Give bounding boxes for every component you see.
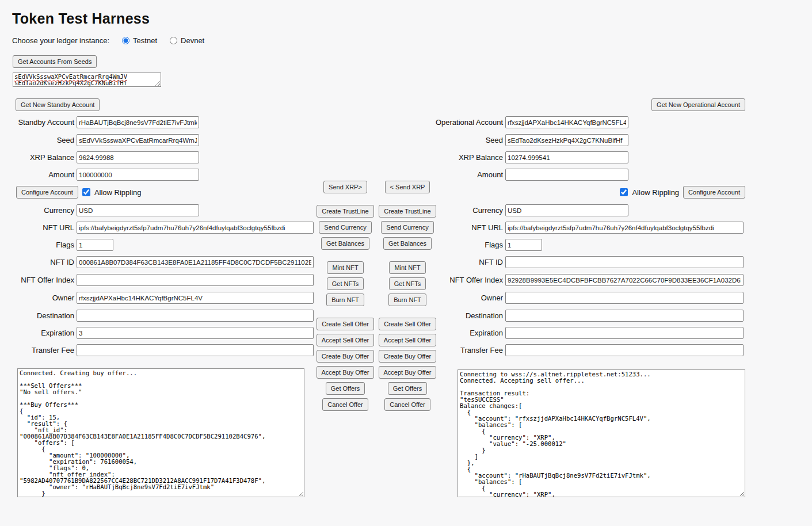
operational-get-balances-button[interactable]: Get Balances (383, 237, 432, 250)
get-new-standby-account-button[interactable]: Get New Standby Account (16, 98, 100, 111)
operational-account-row: Operational Account (432, 116, 628, 128)
get-new-operational-account-button[interactable]: Get New Operational Account (651, 98, 745, 111)
standby-send-xrp-button[interactable]: Send XRP> (323, 181, 367, 193)
operational-accept-sell-offer-button[interactable]: Accept Sell Offer (379, 334, 436, 346)
operational-xrp-balance-row: XRP Balance (432, 151, 628, 163)
operational-seed-row: Seed (432, 134, 628, 146)
operational-account-input[interactable] (505, 116, 628, 128)
standby-xrp-balance-input[interactable] (77, 151, 199, 163)
seed-line-operational: sEdTao2dKsezHzkPq4X2gC7KNuBifHf (14, 80, 159, 86)
seeds-textarea[interactable]: sEdVVkSsswaXPCvEatRmcarRrq4WmJV sEdTao2d… (13, 73, 161, 87)
standby-send-currency-button[interactable]: Send Currency (319, 221, 371, 234)
ledger-option-testnet[interactable]: Testnet (122, 36, 157, 45)
devnet-radio[interactable] (170, 37, 177, 44)
standby-cancel-offer-button[interactable]: Cancel Offer (322, 398, 368, 411)
standby-get-balances-button[interactable]: Get Balances (321, 237, 369, 250)
standby-account-row: Standby Account (1, 116, 199, 128)
operational-nft-url-input[interactable] (505, 222, 744, 234)
operational-allow-rippling-checkbox[interactable] (620, 188, 628, 196)
operational-nft-offer-index-label: NFT Offer Index (432, 274, 505, 286)
standby-allow-rippling-checkbox[interactable] (82, 188, 90, 196)
action-row-get-nfts: Get NFTs Get NFTs (314, 277, 439, 290)
standby-xrp-balance-label: XRP Balance (1, 151, 77, 163)
standby-amount-label: Amount (1, 169, 77, 181)
operational-nft-id-input[interactable] (505, 256, 744, 268)
standby-account-label: Standby Account (1, 116, 77, 128)
standby-flags-input[interactable] (77, 239, 113, 251)
operational-send-currency-button[interactable]: Send Currency (381, 221, 433, 234)
standby-allow-rippling-label: Allow Rippling (94, 188, 142, 197)
operational-nft-offer-index-input[interactable] (505, 274, 744, 286)
standby-currency-row: Currency (1, 204, 199, 216)
operational-flags-input[interactable] (505, 239, 542, 251)
operational-transfer-fee-input[interactable] (505, 344, 744, 356)
standby-currency-input[interactable] (77, 204, 199, 216)
standby-nft-offer-index-label: NFT Offer Index (1, 274, 77, 286)
operational-get-offers-button[interactable]: Get Offers (388, 382, 428, 395)
operational-nft-id-row: NFT ID (432, 256, 744, 268)
action-row-send-currency: Send Currency Send Currency (314, 221, 439, 234)
operational-mint-nft-button[interactable]: Mint NFT (389, 261, 425, 274)
standby-owner-input[interactable] (77, 292, 314, 304)
standby-account-input[interactable] (77, 116, 199, 128)
standby-xrp-balance-row: XRP Balance (1, 151, 199, 163)
operational-create-trustline-button[interactable]: Create TrustLine (379, 205, 436, 218)
standby-configure-row: Configure Account Allow Rippling (16, 186, 142, 199)
standby-expiration-label: Expiration (1, 327, 77, 339)
standby-mint-nft-button[interactable]: Mint NFT (327, 261, 363, 274)
ledger-option-devnet[interactable]: Devnet (170, 36, 204, 45)
operational-results-textarea[interactable]: Connecting to wss://s.altnet.rippletest.… (458, 369, 745, 497)
testnet-radio[interactable] (122, 37, 129, 44)
standby-transfer-fee-label: Transfer Fee (1, 344, 77, 356)
operational-xrp-balance-label: XRP Balance (432, 151, 505, 163)
page-title: Token Test Harness (12, 10, 150, 27)
operational-nft-url-row: NFT URL (432, 222, 744, 234)
operational-cancel-offer-button[interactable]: Cancel Offer (384, 398, 430, 411)
operational-amount-input[interactable] (505, 169, 628, 181)
operational-flags-row: Flags (432, 239, 542, 251)
operational-seed-input[interactable] (505, 134, 628, 146)
standby-transfer-fee-input[interactable] (77, 344, 314, 356)
operational-configure-row: Allow Rippling Configure Account (620, 186, 745, 199)
operational-currency-input[interactable] (505, 204, 628, 216)
standby-nft-url-input[interactable] (77, 222, 314, 234)
standby-results-textarea[interactable]: Connected. Creating buy offer... ***Sell… (17, 368, 304, 497)
operational-destination-input[interactable] (505, 310, 744, 322)
standby-nft-id-input[interactable] (77, 256, 314, 268)
standby-create-trustline-button[interactable]: Create TrustLine (317, 205, 373, 218)
operational-xrp-balance-input[interactable] (505, 151, 628, 163)
standby-amount-input[interactable] (77, 169, 199, 181)
standby-seed-input[interactable] (77, 134, 199, 146)
standby-burn-nft-button[interactable]: Burn NFT (326, 294, 364, 306)
testnet-radio-label: Testnet (133, 36, 157, 45)
operational-owner-input[interactable] (505, 292, 744, 304)
action-row-create-sell-offer: Create Sell Offer Create Sell Offer (314, 318, 439, 330)
operational-send-xrp-button[interactable]: < Send XRP (385, 181, 430, 193)
standby-configure-account-button[interactable]: Configure Account (16, 186, 78, 199)
standby-nft-offer-index-input[interactable] (77, 274, 314, 286)
standby-accept-buy-offer-button[interactable]: Accept Buy Offer (317, 366, 375, 379)
standby-create-sell-offer-button[interactable]: Create Sell Offer (317, 318, 374, 330)
get-accounts-from-seeds-button[interactable]: Get Accounts From Seeds (13, 55, 97, 68)
action-row-burn-nft: Burn NFT Burn NFT (314, 294, 439, 306)
standby-create-buy-offer-button[interactable]: Create Buy Offer (317, 350, 374, 363)
operational-create-sell-offer-button[interactable]: Create Sell Offer (379, 318, 436, 330)
action-row-create-trustline: Create TrustLine Create TrustLine (314, 205, 439, 218)
standby-get-nfts-button[interactable]: Get NFTs (327, 277, 364, 290)
standby-flags-row: Flags (1, 239, 113, 251)
operational-accept-buy-offer-button[interactable]: Accept Buy Offer (379, 366, 437, 379)
operational-currency-row: Currency (432, 204, 628, 216)
standby-destination-label: Destination (1, 310, 77, 322)
operational-nft-url-label: NFT URL (432, 222, 505, 234)
standby-get-offers-button[interactable]: Get Offers (326, 382, 365, 395)
standby-expiration-input[interactable] (77, 327, 314, 339)
operational-expiration-input[interactable] (505, 327, 744, 339)
operational-create-buy-offer-button[interactable]: Create Buy Offer (379, 350, 436, 363)
standby-accept-sell-offer-button[interactable]: Accept Sell Offer (317, 334, 374, 346)
operational-expiration-label: Expiration (432, 327, 505, 339)
standby-destination-input[interactable] (77, 310, 314, 322)
operational-get-nfts-button[interactable]: Get NFTs (389, 277, 426, 290)
operational-burn-nft-button[interactable]: Burn NFT (388, 294, 426, 306)
operational-configure-account-button[interactable]: Configure Account (683, 186, 745, 199)
standby-amount-row: Amount (1, 169, 199, 181)
